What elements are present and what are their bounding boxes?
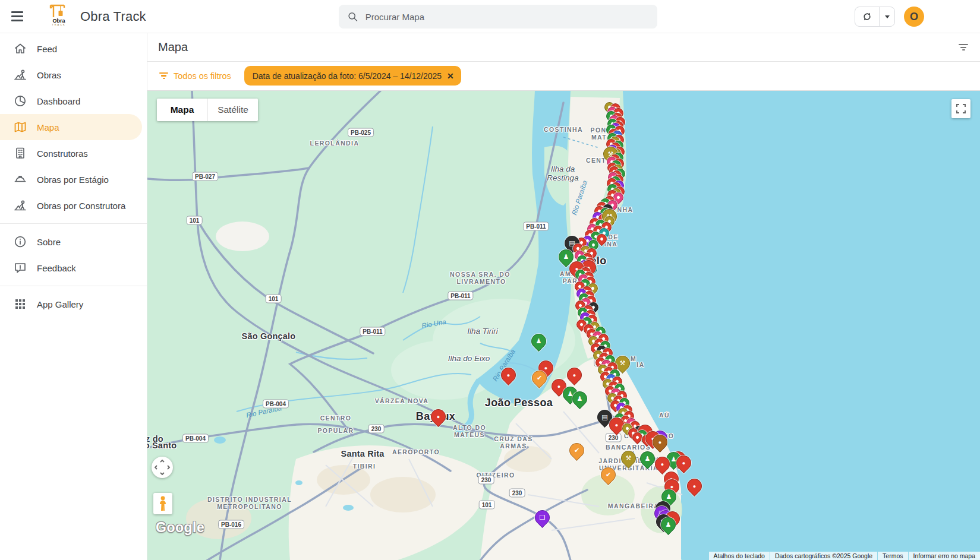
map-label: CENT bbox=[586, 157, 606, 164]
map-label: LEROLÂNDIA bbox=[310, 140, 360, 147]
street-view-pegman[interactable] bbox=[153, 493, 172, 514]
info-icon bbox=[13, 235, 27, 249]
map-label: MAT bbox=[591, 134, 607, 141]
refresh-button[interactable] bbox=[855, 7, 880, 26]
map-label: CRUZ DAS bbox=[494, 435, 532, 442]
filter-icon[interactable] bbox=[959, 43, 968, 52]
chevron-down-icon bbox=[885, 15, 890, 18]
map-label: PB-025 bbox=[348, 128, 374, 137]
search-input[interactable] bbox=[365, 12, 649, 22]
fullscreen-icon bbox=[956, 104, 966, 113]
pan-control[interactable] bbox=[152, 457, 173, 478]
map-type-satellite-button[interactable]: Satélite bbox=[207, 99, 258, 121]
map-label: PB-011 bbox=[523, 222, 549, 231]
logo-text: Obra bbox=[46, 18, 72, 23]
map-label: 101 bbox=[479, 501, 495, 510]
sidebar-item-app-gallery[interactable]: App Gallery bbox=[0, 291, 147, 317]
map-icon bbox=[13, 120, 27, 134]
app-title: Obra Track bbox=[80, 9, 146, 24]
map-label: o Santo bbox=[147, 441, 177, 450]
map-label: São Gonçalo bbox=[242, 331, 296, 341]
map-label: POPULAR bbox=[317, 427, 354, 434]
close-icon[interactable]: ✕ bbox=[447, 71, 454, 81]
fullscreen-button[interactable] bbox=[951, 99, 970, 118]
map-label: Restinga bbox=[547, 173, 578, 182]
sidebar-item-feedback[interactable]: Feedback bbox=[0, 255, 147, 281]
terms-link[interactable]: Termos bbox=[878, 552, 907, 560]
map-label: PB-016 bbox=[218, 520, 244, 529]
map-label: PB-027 bbox=[192, 172, 218, 181]
map-attribution: Atalhos do teclado Dados cartográficos ©… bbox=[709, 552, 980, 560]
page-title: Mapa bbox=[158, 40, 188, 54]
page-header: Mapa bbox=[147, 33, 980, 62]
sidebar-item-feed[interactable]: Feed bbox=[0, 36, 147, 62]
map-label: INA bbox=[604, 241, 617, 248]
refresh-dropdown-button[interactable] bbox=[880, 7, 894, 26]
feedback-icon bbox=[13, 261, 27, 275]
map-label: METROPOLITANO bbox=[217, 503, 282, 510]
map-label: M bbox=[631, 355, 636, 362]
menu-icon[interactable] bbox=[5, 5, 29, 29]
map-geography bbox=[147, 91, 980, 560]
keyboard-shortcuts-link[interactable]: Atalhos do teclado bbox=[709, 552, 770, 560]
map-label: NOSSA SRA. DO bbox=[450, 271, 511, 278]
home-icon bbox=[13, 42, 27, 56]
sidebar-item-dashboard[interactable]: Dashboard bbox=[0, 88, 147, 114]
sidebar-item-sobre[interactable]: Sobre bbox=[0, 229, 147, 255]
map-label: Ilha do Eixo bbox=[448, 354, 490, 363]
map-label: Ilha da bbox=[551, 164, 575, 173]
pie-chart-icon bbox=[13, 94, 27, 108]
hard-hat-icon bbox=[13, 172, 27, 186]
report-error-link[interactable]: Informar erro no mapa bbox=[909, 552, 980, 560]
main-content: Mapa Todos os filtros Data de atualizaçã… bbox=[147, 33, 980, 560]
map-label: Ilha Tiriri bbox=[467, 327, 498, 336]
apps-grid-icon bbox=[13, 297, 27, 311]
map-label: DISTRITO INDUSTRIAL bbox=[207, 496, 292, 503]
map-label: 230 bbox=[606, 434, 622, 442]
map-label: VÁRZEA NOVA bbox=[375, 397, 429, 404]
map-label: João Pessoa bbox=[485, 397, 553, 409]
worker-icon bbox=[13, 68, 27, 82]
sidebar-item-construtoras[interactable]: Construtoras bbox=[0, 140, 147, 166]
map-label: AÚ bbox=[659, 412, 670, 419]
search-icon bbox=[347, 11, 358, 23]
sidebar-item-obras[interactable]: Obras bbox=[0, 62, 147, 88]
map-label: 101 bbox=[187, 216, 203, 225]
top-app-bar: Obra TRACK Obra Track O bbox=[0, 0, 980, 33]
map-label: TIBIRI bbox=[353, 463, 376, 470]
filter-funnel-icon bbox=[159, 71, 168, 81]
map-label: MANGABEIRA bbox=[608, 502, 659, 510]
obra-track-window: Obra TRACK Obra Track O bbox=[0, 0, 980, 560]
map-type-control: Mapa Satélite bbox=[157, 99, 258, 121]
sidebar-divider bbox=[0, 223, 147, 224]
sidebar-item-obras-por-estagio[interactable]: Obras por Estágio bbox=[0, 166, 147, 192]
sidebar-item-mapa[interactable]: Mapa bbox=[0, 114, 142, 140]
map-label: ALTO DO bbox=[453, 424, 486, 431]
map-data-text: Dados cartográficos ©2025 Google bbox=[770, 552, 877, 560]
map-label: PB-004 bbox=[263, 400, 289, 409]
map-label: ARMAS bbox=[500, 442, 527, 450]
filter-bar: Todos os filtros Data de atualização da … bbox=[147, 62, 980, 90]
map-label: IA bbox=[636, 361, 644, 368]
sidebar-nav: Feed Obras Dashboard Mapa Construtoras O… bbox=[0, 33, 147, 560]
map-type-map-button[interactable]: Mapa bbox=[157, 99, 207, 121]
date-filter-chip[interactable]: Data de atualização da foto: 6/5/2024 – … bbox=[244, 66, 461, 86]
search-bar[interactable] bbox=[339, 5, 657, 29]
avatar[interactable]: O bbox=[904, 7, 924, 27]
sync-icon bbox=[861, 11, 873, 23]
map-label: PB-011 bbox=[360, 327, 385, 336]
map-label: PB-011 bbox=[448, 292, 473, 300]
google-logo[interactable]: Google bbox=[156, 520, 204, 536]
building-icon bbox=[13, 146, 27, 160]
pan-arrows-icon bbox=[152, 457, 173, 478]
map-label: Santa Rita bbox=[341, 449, 385, 458]
sidebar-item-obras-por-construtora[interactable]: Obras por Construtora bbox=[0, 192, 147, 219]
map-label: 230 bbox=[509, 489, 525, 498]
map-label: COSTINHA bbox=[544, 126, 583, 133]
map-label: NHA bbox=[617, 206, 634, 213]
map-label: DE bbox=[608, 233, 618, 241]
map-canvas[interactable]: LEROLÂNDIAPB-025PB-027COSTINHAPONTAMATCE… bbox=[147, 90, 980, 560]
sidebar-divider bbox=[0, 286, 147, 286]
all-filters-button[interactable]: Todos os filtros bbox=[159, 71, 231, 81]
app-logo: Obra TRACK bbox=[46, 3, 72, 30]
